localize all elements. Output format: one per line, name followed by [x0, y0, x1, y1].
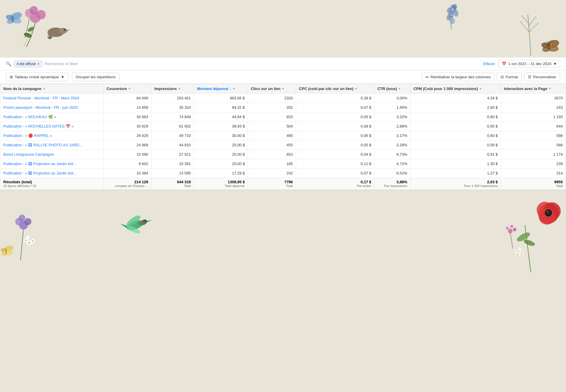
- cell-cpm: 0,56 $: [410, 140, 501, 150]
- footer-label: Résultats (total) 20 lignes affichées / …: [0, 178, 104, 190]
- date-dropdown-icon: ▼: [553, 62, 557, 66]
- filter-tag-close[interactable]: ×: [37, 62, 40, 66]
- col-impressions-sort[interactable]: ▼: [178, 87, 181, 90]
- cell-clicks: 504: [248, 122, 296, 131]
- footer-cpm-value: 2,03 $: [413, 180, 498, 184]
- reinit-button[interactable]: ⇔ Réinitialiser la largeur des colonnes: [422, 73, 494, 81]
- col-cpm[interactable]: CPM (Coût pour 1 000 impressions) ▼: [410, 84, 501, 94]
- col-cpc[interactable]: CPC (coût par clic sur un lien) ▼: [296, 84, 374, 94]
- col-clicks-sort[interactable]: ▼: [282, 87, 285, 90]
- svg-point-75: [513, 228, 516, 231]
- cell-cpc: 0,08 $: [296, 122, 374, 131]
- cell-amount: 39,93 $: [194, 122, 248, 131]
- svg-point-64: [141, 221, 146, 224]
- toolbar: ⊞ Tableau croisé dynamique ▼ Grouper les…: [0, 70, 566, 84]
- svg-point-60: [142, 219, 147, 224]
- col-impressions[interactable]: Impressions ▼: [151, 84, 194, 94]
- toolbar-left: ⊞ Tableau croisé dynamique ▼ Grouper les…: [6, 73, 119, 81]
- cell-impressions: 36 324: [151, 103, 194, 112]
- cell-coverage: 26 629: [104, 131, 151, 140]
- col-coverage[interactable]: Couverture ▼: [104, 84, 151, 94]
- cell-campaign[interactable]: Promo passeport - Montreal - FR - juin 2…: [0, 103, 104, 112]
- col-interaction-label: Interaction avec la Page: [504, 86, 547, 91]
- col-campaign[interactable]: Nom de la campagne ▼: [0, 84, 104, 94]
- cell-ctr: 6,52%: [374, 169, 410, 178]
- footer-ctr-value: 3,88%: [377, 180, 407, 184]
- footer-sub-label: 20 lignes affichées / 20: [3, 184, 100, 188]
- col-cpm-sort[interactable]: ▼: [479, 87, 482, 90]
- svg-point-65: [516, 231, 531, 243]
- col-interaction[interactable]: Interaction avec la Page ▼: [501, 84, 566, 94]
- col-cpc-label: CPC (coût par clic sur un lien): [299, 86, 354, 91]
- svg-point-52: [32, 240, 34, 242]
- cell-campaign[interactable]: Festival Florasie - Montreal - FR - Mars…: [0, 94, 104, 103]
- cell-clicks: 2320: [248, 94, 296, 103]
- cell-interaction: 588: [501, 140, 566, 150]
- cell-campaign[interactable]: Publication : « NOUVELLES DATES 📅 »: [0, 122, 104, 131]
- cell-campaign[interactable]: Publication : « 🔴 RAPPEL »: [0, 131, 104, 140]
- cell-cpc: 0,07 $: [296, 169, 374, 178]
- col-cpc-sort[interactable]: ▼: [355, 87, 358, 90]
- footer-interaction-sub: Total: [504, 184, 563, 188]
- pivot-label: Tableau croisé dynamique: [15, 75, 59, 79]
- footer-clicks-sub: Total: [251, 184, 293, 188]
- date-range-label: 1 oct 2023 – 31 déc 2024: [508, 62, 551, 66]
- reinit-label: Réinitialiser la largeur des colonnes: [430, 75, 491, 79]
- svg-point-62: [125, 214, 142, 228]
- pivot-button[interactable]: ⊞ Tableau croisé dynamique ▼: [6, 73, 68, 81]
- footer-amount-value: 1308,95 $: [197, 180, 245, 184]
- svg-point-82: [517, 254, 518, 255]
- search-icon: 🔍: [6, 61, 11, 67]
- cell-amount: 25,00 $: [194, 150, 248, 159]
- col-interaction-sort[interactable]: ▼: [548, 87, 551, 90]
- cell-ctr: 2,88%: [374, 122, 410, 131]
- cell-clicks: 490: [248, 131, 296, 140]
- cell-amount: 44,94 $: [194, 112, 248, 122]
- cell-interaction: 243: [501, 103, 566, 112]
- filter-tag[interactable]: A été diffusé ×: [14, 60, 42, 67]
- cell-cpm: 0,60 $: [410, 112, 501, 122]
- cell-campaign[interactable]: Publication : « 🖼 RALLYE PHOTO AU JARD..…: [0, 140, 104, 150]
- svg-point-45: [19, 215, 25, 221]
- col-ctr[interactable]: CTR (tous) ▼: [374, 84, 410, 94]
- col-amount-sort[interactable]: ▼: [232, 87, 235, 90]
- cell-campaign[interactable]: Publication : « 🖼 Projection au Jardin b…: [0, 159, 104, 169]
- grouper-button[interactable]: Grouper les répartitions: [72, 73, 119, 81]
- cell-clicks: 242: [248, 169, 296, 178]
- col-amount-sort-asc[interactable]: ↓: [229, 87, 231, 91]
- effacer-button[interactable]: Effacer: [483, 62, 495, 66]
- cell-interaction: 2670: [501, 94, 566, 103]
- svg-point-49: [26, 236, 30, 239]
- cell-campaign[interactable]: Publication : « NOUVEAU 🌿 »: [0, 112, 104, 122]
- personnaliser-button[interactable]: ☰ Personnaliser: [524, 73, 560, 81]
- cell-impressions: 15 391: [151, 159, 194, 169]
- search-placeholder[interactable]: Rechercher et filtrer: [45, 62, 78, 66]
- cell-campaign[interactable]: Publication : « 🖼 Projection au Jardin b…: [0, 169, 104, 178]
- cell-amount: 17,29 $: [194, 169, 248, 178]
- col-campaign-sort[interactable]: ▼: [43, 87, 45, 90]
- cell-clicks: 455: [248, 140, 296, 150]
- format-button[interactable]: ⊟ Format: [497, 73, 521, 81]
- cell-coverage: 84 099: [104, 94, 151, 103]
- col-coverage-sort[interactable]: ▼: [128, 87, 131, 90]
- svg-point-76: [506, 227, 509, 230]
- col-amount[interactable]: Montant dépensé ↓ ▼: [194, 84, 248, 94]
- cell-coverage: 30 663: [104, 112, 151, 122]
- svg-point-51: [25, 240, 27, 241]
- svg-point-83: [521, 252, 523, 254]
- cell-campaign[interactable]: Boost Linogravure Campagne: [0, 150, 104, 159]
- col-impressions-label: Impressions: [154, 86, 177, 91]
- campaigns-table-container: Nom de la campagne ▼ Couverture ▼ Impres…: [0, 84, 566, 190]
- svg-point-47: [24, 238, 28, 242]
- col-ctr-sort[interactable]: ▼: [398, 87, 401, 90]
- cell-coverage: 30 629: [104, 122, 151, 131]
- date-range-button[interactable]: 📅 1 oct 2023 – 31 déc 2024 ▼: [499, 60, 560, 68]
- table-row: Publication : « NOUVELLES DATES 📅 »30 62…: [0, 122, 566, 131]
- footer-cpm: 2,03 $ Pour 1 000 impressions: [410, 178, 501, 190]
- svg-point-78: [516, 252, 520, 257]
- cell-coverage: 9 602: [104, 159, 151, 169]
- table-row: Publication : « 🖼 RALLYE PHOTO AU JARD..…: [0, 140, 566, 150]
- col-clicks[interactable]: Clics sur un lien ▼: [248, 84, 296, 94]
- footer-ctr-sub: Par impressions: [377, 184, 407, 188]
- col-amount-label: Montant dépensé: [197, 86, 228, 91]
